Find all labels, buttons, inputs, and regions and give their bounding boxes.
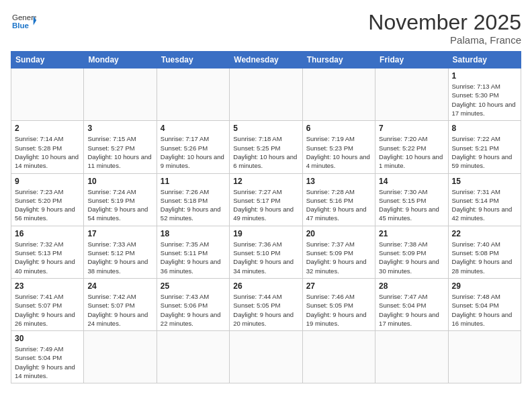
day-number: 5	[233, 124, 298, 133]
day-number: 27	[306, 281, 371, 291]
calendar-day-cell: 8Sunrise: 7:22 AM Sunset: 5:21 PM Daylig…	[448, 121, 521, 173]
calendar-day-cell	[230, 68, 302, 121]
calendar-day-cell: 16Sunrise: 7:32 AM Sunset: 5:13 PM Dayli…	[11, 226, 84, 278]
calendar-day-cell: 24Sunrise: 7:42 AM Sunset: 5:07 PM Dayli…	[84, 278, 157, 330]
day-info: Sunrise: 7:18 AM Sunset: 5:25 PM Dayligh…	[233, 134, 298, 170]
calendar-day-cell	[375, 68, 448, 121]
calendar-day-cell: 6Sunrise: 7:19 AM Sunset: 5:23 PM Daylig…	[302, 121, 375, 173]
calendar-day-cell: 17Sunrise: 7:33 AM Sunset: 5:12 PM Dayli…	[84, 226, 157, 278]
calendar-day-cell	[157, 331, 229, 383]
day-number: 26	[233, 281, 298, 291]
day-info: Sunrise: 7:38 AM Sunset: 5:09 PM Dayligh…	[379, 240, 444, 275]
day-info: Sunrise: 7:35 AM Sunset: 5:11 PM Dayligh…	[161, 240, 226, 275]
calendar-day-cell: 19Sunrise: 7:36 AM Sunset: 5:10 PM Dayli…	[230, 226, 302, 278]
day-number: 8	[452, 124, 517, 133]
calendar-day-cell: 1Sunrise: 7:13 AM Sunset: 5:30 PM Daylig…	[448, 68, 521, 121]
calendar-day-cell: 9Sunrise: 7:23 AM Sunset: 5:20 PM Daylig…	[11, 173, 84, 226]
day-number: 1	[452, 71, 517, 81]
calendar-day-cell: 7Sunrise: 7:20 AM Sunset: 5:22 PM Daylig…	[375, 121, 448, 173]
day-number: 25	[161, 281, 226, 291]
day-number: 28	[379, 281, 444, 291]
day-number: 18	[161, 229, 226, 238]
month-year-title: November 2025	[368, 11, 521, 34]
location-subtitle: Palama, France	[368, 34, 521, 46]
day-number: 29	[452, 281, 517, 291]
weekday-header-cell: Friday	[375, 52, 448, 68]
day-info: Sunrise: 7:48 AM Sunset: 5:04 PM Dayligh…	[452, 292, 517, 328]
day-info: Sunrise: 7:43 AM Sunset: 5:06 PM Dayligh…	[161, 292, 226, 328]
day-info: Sunrise: 7:47 AM Sunset: 5:04 PM Dayligh…	[379, 292, 444, 328]
day-info: Sunrise: 7:19 AM Sunset: 5:23 PM Dayligh…	[306, 134, 371, 170]
calendar-day-cell: 21Sunrise: 7:38 AM Sunset: 5:09 PM Dayli…	[375, 226, 448, 278]
weekday-header-cell: Thursday	[302, 52, 375, 68]
calendar-week-row: 2Sunrise: 7:14 AM Sunset: 5:28 PM Daylig…	[11, 121, 521, 173]
calendar-day-cell: 10Sunrise: 7:24 AM Sunset: 5:19 PM Dayli…	[84, 173, 157, 226]
calendar-day-cell: 13Sunrise: 7:28 AM Sunset: 5:16 PM Dayli…	[302, 173, 375, 226]
calendar-day-cell	[11, 68, 84, 121]
page-header: General Blue November 2025 Palama, Franc…	[11, 11, 521, 46]
day-number: 6	[306, 124, 371, 133]
day-number: 4	[161, 124, 226, 133]
weekday-header-cell: Wednesday	[230, 52, 302, 68]
calendar-day-cell: 29Sunrise: 7:48 AM Sunset: 5:04 PM Dayli…	[448, 278, 521, 330]
calendar-day-cell: 4Sunrise: 7:17 AM Sunset: 5:26 PM Daylig…	[157, 121, 229, 173]
calendar-day-cell: 28Sunrise: 7:47 AM Sunset: 5:04 PM Dayli…	[375, 278, 448, 330]
day-info: Sunrise: 7:31 AM Sunset: 5:14 PM Dayligh…	[452, 187, 517, 223]
calendar-day-cell: 2Sunrise: 7:14 AM Sunset: 5:28 PM Daylig…	[11, 121, 84, 173]
calendar-table: SundayMondayTuesdayWednesdayThursdayFrid…	[11, 51, 521, 383]
logo: General Blue	[11, 11, 36, 38]
calendar-day-cell: 22Sunrise: 7:40 AM Sunset: 5:08 PM Dayli…	[448, 226, 521, 278]
calendar-week-row: 1Sunrise: 7:13 AM Sunset: 5:30 PM Daylig…	[11, 68, 521, 121]
calendar-day-cell: 5Sunrise: 7:18 AM Sunset: 5:25 PM Daylig…	[230, 121, 302, 173]
calendar-day-cell: 11Sunrise: 7:26 AM Sunset: 5:18 PM Dayli…	[157, 173, 229, 226]
calendar-week-row: 23Sunrise: 7:41 AM Sunset: 5:07 PM Dayli…	[11, 278, 521, 330]
day-number: 16	[15, 229, 80, 238]
day-info: Sunrise: 7:46 AM Sunset: 5:05 PM Dayligh…	[306, 292, 371, 328]
day-info: Sunrise: 7:49 AM Sunset: 5:04 PM Dayligh…	[15, 345, 80, 380]
weekday-header-cell: Monday	[84, 52, 157, 68]
day-number: 20	[306, 229, 371, 238]
calendar-day-cell	[84, 68, 157, 121]
weekday-header-cell: Sunday	[11, 52, 84, 68]
calendar-day-cell	[375, 331, 448, 383]
calendar-day-cell	[302, 68, 375, 121]
weekday-header-cell: Saturday	[448, 52, 521, 68]
calendar-day-cell	[302, 331, 375, 383]
calendar-day-cell: 15Sunrise: 7:31 AM Sunset: 5:14 PM Dayli…	[448, 173, 521, 226]
day-info: Sunrise: 7:41 AM Sunset: 5:07 PM Dayligh…	[15, 292, 80, 328]
calendar-week-row: 30Sunrise: 7:49 AM Sunset: 5:04 PM Dayli…	[11, 331, 521, 383]
day-number: 2	[15, 124, 80, 133]
day-number: 15	[452, 177, 517, 186]
calendar-day-cell: 26Sunrise: 7:44 AM Sunset: 5:05 PM Dayli…	[230, 278, 302, 330]
calendar-day-cell: 3Sunrise: 7:15 AM Sunset: 5:27 PM Daylig…	[84, 121, 157, 173]
day-number: 10	[87, 177, 152, 186]
calendar-day-cell: 23Sunrise: 7:41 AM Sunset: 5:07 PM Dayli…	[11, 278, 84, 330]
day-info: Sunrise: 7:42 AM Sunset: 5:07 PM Dayligh…	[87, 292, 152, 328]
day-info: Sunrise: 7:13 AM Sunset: 5:30 PM Dayligh…	[452, 82, 517, 118]
day-info: Sunrise: 7:15 AM Sunset: 5:27 PM Dayligh…	[87, 134, 152, 170]
day-info: Sunrise: 7:32 AM Sunset: 5:13 PM Dayligh…	[15, 240, 80, 275]
day-number: 30	[15, 334, 80, 343]
day-info: Sunrise: 7:44 AM Sunset: 5:05 PM Dayligh…	[233, 292, 298, 328]
calendar-day-cell: 14Sunrise: 7:30 AM Sunset: 5:15 PM Dayli…	[375, 173, 448, 226]
calendar-day-cell: 18Sunrise: 7:35 AM Sunset: 5:11 PM Dayli…	[157, 226, 229, 278]
calendar-day-cell: 12Sunrise: 7:27 AM Sunset: 5:17 PM Dayli…	[230, 173, 302, 226]
day-info: Sunrise: 7:26 AM Sunset: 5:18 PM Dayligh…	[161, 187, 226, 223]
day-number: 24	[87, 281, 152, 291]
day-info: Sunrise: 7:28 AM Sunset: 5:16 PM Dayligh…	[306, 187, 371, 223]
day-number: 17	[87, 229, 152, 238]
calendar-day-cell	[230, 331, 302, 383]
weekday-header-row: SundayMondayTuesdayWednesdayThursdayFrid…	[11, 52, 521, 68]
day-number: 19	[233, 229, 298, 238]
day-info: Sunrise: 7:37 AM Sunset: 5:09 PM Dayligh…	[306, 240, 371, 275]
svg-text:General: General	[12, 13, 36, 21]
calendar-day-cell: 25Sunrise: 7:43 AM Sunset: 5:06 PM Dayli…	[157, 278, 229, 330]
calendar-week-row: 9Sunrise: 7:23 AM Sunset: 5:20 PM Daylig…	[11, 173, 521, 226]
calendar-day-cell	[157, 68, 229, 121]
day-info: Sunrise: 7:33 AM Sunset: 5:12 PM Dayligh…	[87, 240, 152, 275]
calendar-week-row: 16Sunrise: 7:32 AM Sunset: 5:13 PM Dayli…	[11, 226, 521, 278]
title-block: November 2025 Palama, France	[368, 11, 521, 46]
day-number: 9	[15, 177, 80, 186]
calendar-day-cell: 27Sunrise: 7:46 AM Sunset: 5:05 PM Dayli…	[302, 278, 375, 330]
day-info: Sunrise: 7:23 AM Sunset: 5:20 PM Dayligh…	[15, 187, 80, 223]
